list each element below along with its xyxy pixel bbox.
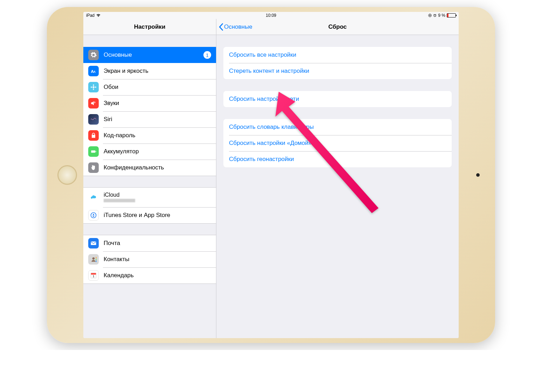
status-bar: iPad 10:09 9 % [83,12,459,19]
reset-group: Сбросить настройки сети [223,91,452,107]
sidebar-item-passcode[interactable]: Код-пароль [83,127,216,144]
svg-text:1: 1 [93,274,95,278]
svg-rect-12 [91,241,96,245]
reset-group: Сбросить все настройки Стереть контент и… [223,47,452,79]
sidebar-group: Основные 1 AA Экран и яркость Обои [83,47,216,176]
sidebar-item-privacy[interactable]: Конфиденциальность [83,160,216,176]
siri-icon [88,114,99,125]
detail-title: Сброс [328,23,347,30]
sidebar-item-label: Обои [104,84,211,91]
sidebar-item-label: Аккумулятор [104,148,211,155]
sidebar-item-label: Конфиденциальность [104,164,211,171]
orientation-lock-icon [428,14,432,17]
svg-point-8 [95,86,96,88]
sidebar-item-sounds[interactable]: Звуки [83,95,216,111]
svg-text:A: A [93,70,96,74]
notification-badge: 1 [203,51,211,59]
sidebar-item-contacts[interactable]: Контакты [83,251,216,267]
reset-group: Сбросить словарь клавиатуры Сбросить нас… [223,119,452,167]
sidebar-item-appstore[interactable]: iTunes Store и App Store [83,207,216,223]
svg-rect-14 [96,257,97,258]
sidebar-item-mail[interactable]: Почта [83,235,216,251]
speaker-icon [88,98,99,108]
back-button[interactable]: Основные [216,23,252,31]
svg-rect-16 [96,260,97,262]
sidebar-item-general[interactable]: Основные 1 [83,47,216,63]
text-size-icon: AA [88,66,99,76]
home-button[interactable] [57,165,77,185]
sidebar-item-label: Экран и яркость [104,68,211,75]
reset-home[interactable]: Сбросить настройки «Домой» [223,135,452,151]
cloud-icon [88,192,99,203]
sidebar-item-siri[interactable]: Siri [83,111,216,127]
sidebar-item-icloud[interactable]: iCloud [83,188,216,207]
battery-icon [88,146,99,157]
reset-all-settings[interactable]: Сбросить все настройки [223,47,452,63]
svg-rect-15 [96,259,97,260]
alarm-icon [433,14,437,17]
detail-pane: Основные Сброс Сбросить все настройки Ст… [216,19,459,338]
svg-point-6 [93,88,94,90]
back-label: Основные [224,23,252,30]
sidebar-item-label: Код-пароль [104,132,211,139]
sidebar-item-label: iCloud [104,191,135,198]
sidebar-item-label: Звуки [104,100,211,107]
sidebar-item-label: Почта [104,240,211,247]
wifi-icon [96,14,101,17]
clock: 10:09 [266,13,276,18]
sidebar-item-battery[interactable]: Аккумулятор [83,144,216,160]
ipad-frame: iPad 10:09 9 % Настройки Основные [47,7,495,343]
front-camera [476,173,480,177]
sidebar-item-wallpaper[interactable]: Обои [83,79,216,95]
svg-point-7 [91,86,92,88]
sidebar-group: Почта Контакты 1 Календарь [83,235,216,284]
screen: iPad 10:09 9 % Настройки Основные [83,12,459,338]
sidebar-item-label: Siri [104,116,211,123]
hand-icon [88,162,99,173]
battery-percent: 9 % [438,13,445,18]
sidebar-item-label: Контакты [104,256,211,263]
reset-network[interactable]: Сбросить настройки сети [223,91,452,107]
calendar-icon: 1 [88,270,99,281]
battery-icon [447,13,456,18]
icloud-account-redacted [104,198,135,203]
svg-point-13 [92,257,95,260]
sidebar-item-label: Календарь [104,272,211,279]
reset-keyboard[interactable]: Сбросить словарь клавиатуры [223,119,452,135]
chevron-left-icon [218,23,223,31]
flower-icon [88,82,99,92]
settings-sidebar: Настройки Основные 1 AA Экран и яркость [83,19,216,338]
detail-header: Основные Сброс [216,19,459,35]
svg-point-4 [93,86,95,88]
contacts-icon [88,254,99,265]
svg-point-5 [93,84,94,86]
sidebar-group: iCloud iTunes Store и App Store [83,187,216,224]
lock-icon [88,130,99,141]
sidebar-title: Настройки [83,19,216,35]
svg-rect-10 [96,151,96,152]
gear-icon [88,50,99,60]
sidebar-item-display[interactable]: AA Экран и яркость [83,63,216,79]
device-label: iPad [86,13,95,18]
sidebar-item-label: Основные [104,51,203,58]
sidebar-item-calendar[interactable]: 1 Календарь [83,267,216,284]
envelope-icon [88,238,99,248]
appstore-icon [88,210,99,220]
erase-content-settings[interactable]: Стереть контент и настройки [223,63,452,79]
reset-location[interactable]: Сбросить геонастройки [223,151,452,167]
svg-rect-9 [91,150,95,153]
sidebar-item-label: iTunes Store и App Store [104,212,211,219]
